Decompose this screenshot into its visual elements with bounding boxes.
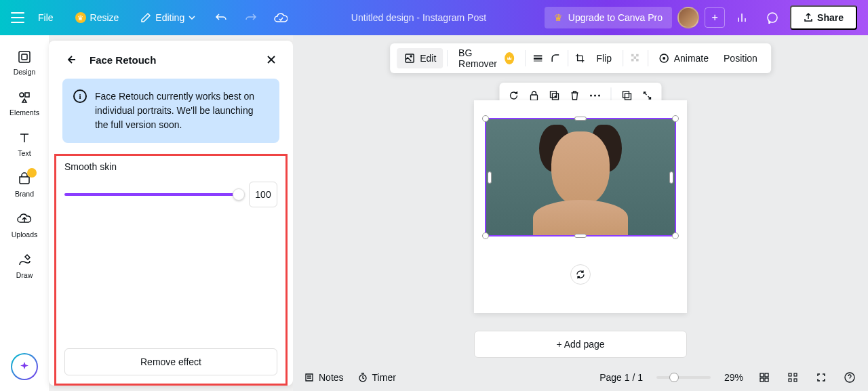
help-button[interactable] (842, 370, 857, 385)
animate-button[interactable]: Animate (652, 49, 715, 68)
analytics-icon[interactable] (730, 5, 755, 30)
svg-rect-12 (631, 59, 634, 62)
resize-handle[interactable] (669, 171, 673, 184)
editing-dropdown[interactable]: Editing (132, 7, 203, 28)
resize-button[interactable]: ♛Resize (67, 7, 127, 28)
sidebar-item-brand[interactable]: Brand (3, 165, 46, 203)
edit-icon (403, 52, 416, 64)
smooth-skin-controls: Smooth skin 100 Remove effect (54, 154, 288, 386)
user-avatar[interactable] (677, 7, 699, 28)
svg-rect-6 (534, 56, 542, 57)
svg-rect-26 (765, 373, 768, 377)
sparkle-icon (18, 361, 31, 373)
divider (623, 50, 623, 66)
resize-handle[interactable] (574, 117, 587, 121)
zoom-slider[interactable] (656, 376, 711, 379)
svg-rect-4 (25, 93, 29, 97)
resize-handle[interactable] (574, 234, 587, 238)
ai-assistant-button[interactable] (11, 353, 38, 380)
timer-button[interactable]: Timer (357, 372, 396, 383)
sidebar-item-design[interactable]: Design (3, 43, 46, 81)
svg-rect-7 (534, 58, 542, 60)
resize-handle[interactable] (672, 232, 679, 239)
elements-icon (16, 89, 33, 106)
flip-button[interactable]: Flip (590, 49, 619, 68)
corner-radius-button[interactable] (547, 50, 564, 66)
slider-thumb[interactable] (233, 188, 245, 201)
resize-handle[interactable] (482, 115, 489, 122)
redo-button[interactable] (239, 5, 263, 30)
timer-icon (357, 372, 368, 383)
text-icon (16, 130, 33, 146)
svg-point-15 (663, 57, 666, 60)
sync-page-button[interactable] (570, 264, 591, 285)
line-weight-button[interactable] (530, 50, 546, 66)
undo-button[interactable] (209, 5, 233, 30)
notes-button[interactable]: Notes (304, 372, 344, 383)
transparency-button[interactable] (627, 50, 644, 66)
left-sidebar: Design Elements Text Brand Uploads Draw (0, 35, 49, 391)
sidebar-item-uploads[interactable]: Uploads (3, 206, 46, 244)
divider (568, 50, 568, 66)
svg-rect-32 (794, 379, 797, 382)
share-button[interactable]: Share (790, 5, 857, 30)
zoom-value: 29% (724, 372, 743, 383)
crop-button[interactable] (572, 50, 589, 66)
design-icon (16, 49, 33, 65)
svg-point-19 (590, 95, 592, 97)
remove-effect-button[interactable]: Remove effect (64, 348, 277, 375)
svg-rect-30 (789, 379, 791, 382)
bg-remover-button[interactable]: BG Remover (452, 43, 521, 73)
selected-image[interactable] (485, 118, 676, 236)
zoom-thumb[interactable] (669, 373, 679, 382)
svg-rect-29 (789, 373, 791, 376)
add-member-button[interactable]: + (705, 7, 725, 28)
svg-rect-22 (623, 91, 629, 98)
thumbnail-view-button[interactable] (785, 370, 800, 385)
cloud-sync-icon[interactable] (269, 5, 293, 30)
document-title[interactable]: Untitled design - Instagram Post (351, 12, 486, 23)
panel-header: Face Retouch (49, 41, 293, 79)
svg-rect-1 (19, 52, 30, 62)
pencil-icon (140, 12, 151, 23)
grid-view-button[interactable] (757, 370, 772, 385)
comment-icon[interactable] (760, 5, 785, 30)
svg-point-0 (768, 13, 777, 22)
portrait-image (486, 119, 675, 235)
edit-button[interactable]: Edit (397, 48, 443, 68)
info-banner: i Face Retouch currently works best on i… (62, 79, 279, 143)
brand-icon (16, 171, 33, 187)
panel-title: Face Retouch (90, 54, 252, 66)
sidebar-item-text[interactable]: Text (3, 125, 46, 163)
svg-rect-9 (631, 54, 634, 57)
svg-rect-13 (636, 59, 639, 62)
sidebar-item-elements[interactable]: Elements (3, 84, 46, 122)
slider-value-input[interactable]: 100 (249, 182, 277, 207)
svg-rect-31 (794, 373, 797, 376)
svg-rect-16 (531, 95, 538, 100)
fullscreen-button[interactable] (814, 370, 829, 385)
page-indicator: Page 1 / 1 (599, 372, 643, 383)
top-header: File ♛Resize Editing Untitled design - I… (0, 0, 868, 35)
face-retouch-panel: Face Retouch i Face Retouch currently wo… (49, 41, 293, 386)
context-toolbar: Edit BG Remover Flip Animate Position (390, 43, 771, 73)
back-button[interactable] (62, 52, 79, 68)
resize-handle[interactable] (482, 232, 489, 239)
sidebar-item-draw[interactable]: Draw (3, 247, 46, 285)
svg-point-21 (598, 95, 600, 97)
smooth-skin-slider[interactable] (64, 193, 239, 196)
svg-rect-25 (760, 373, 764, 377)
position-button[interactable]: Position (717, 49, 764, 68)
resize-handle[interactable] (488, 171, 492, 184)
uploads-icon (16, 211, 33, 228)
svg-rect-28 (765, 378, 768, 382)
add-page-button[interactable]: + Add page (474, 331, 687, 358)
upgrade-button[interactable]: ♛Upgrade to Canva Pro (545, 7, 672, 28)
svg-rect-8 (534, 61, 542, 62)
file-menu[interactable]: File (30, 7, 62, 28)
resize-handle[interactable] (672, 115, 679, 122)
info-icon: i (73, 89, 87, 103)
close-button[interactable] (263, 52, 279, 68)
menu-icon[interactable] (11, 12, 24, 23)
slider-row: 100 (64, 182, 277, 207)
